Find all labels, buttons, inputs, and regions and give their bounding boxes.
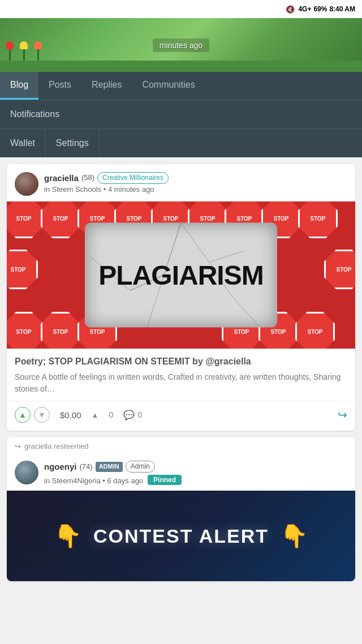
post-card-1: graciella (58) Creative Millionaires in … <box>7 164 355 431</box>
svg-line-6 <box>232 297 260 328</box>
reputation-2: (74) <box>80 462 93 472</box>
post-meta-top-2: ngoenyi (74) ADMIN Admin <box>44 461 347 473</box>
repost-indicator-icon: ↪ <box>15 442 21 450</box>
post-excerpt-1: Source A bottle of feelings in written w… <box>7 371 355 401</box>
downvote-button-1[interactable]: ▼ <box>34 407 50 423</box>
banner-text: minutes ago <box>153 38 209 52</box>
admin-badge: ADMIN <box>96 462 123 471</box>
side-menu: Notifications Wallet Settings <box>0 100 362 157</box>
nav-tabs: Blog Posts Replies Communities <box>0 72 362 100</box>
vote-buttons-1: ▲ ▼ <box>15 407 50 423</box>
reputation-1: (58) <box>81 173 94 183</box>
tab-communities[interactable]: Communities <box>132 72 205 100</box>
pinned-badge: Pinned <box>148 475 182 485</box>
community-tag-1[interactable]: Creative Millionaires <box>97 172 169 184</box>
status-icons: 4G+ 69% 8:40 AM <box>298 5 355 13</box>
menu-wallet-settings-row: Wallet Settings <box>0 128 362 157</box>
post-header-2: ngoenyi (74) ADMIN Admin in Steem4Nigeri… <box>7 455 355 491</box>
signal-icon: 4G+ <box>298 5 311 13</box>
muted-icon: 🔇 <box>286 5 295 14</box>
payout-1: $0.00 <box>60 410 81 420</box>
votes-count-1: 0 <box>109 410 113 419</box>
post-actions-1: ▲ ▼ $0.00 ▲ 0 💬 0 ↪ <box>7 401 355 431</box>
post-image-1[interactable]: STOP STOP STOP STOP STOP STOP STOP STOP … <box>7 201 355 349</box>
status-bar: 🔇 4G+ 69% 8:40 AM <box>0 0 362 18</box>
author-name-1[interactable]: graciella <box>44 172 79 184</box>
time-display: 8:40 AM <box>329 5 355 13</box>
post-title-1[interactable]: Poetry; STOP PLAGIARISM ON STEEMIT by @g… <box>7 349 355 371</box>
repost-icon-1[interactable]: ↪ <box>338 408 347 422</box>
grass-decoration <box>0 61 362 72</box>
menu-wallet[interactable]: Wallet <box>0 129 46 157</box>
hand-right-icon: 👇 <box>280 523 308 549</box>
author-name-2[interactable]: ngoenyi <box>44 461 77 473</box>
menu-notifications[interactable]: Notifications <box>0 100 362 128</box>
avatar-graciella[interactable] <box>15 172 38 196</box>
tab-replies[interactable]: Replies <box>81 72 132 100</box>
menu-settings[interactable]: Settings <box>46 129 100 157</box>
post-header-1: graciella (58) Creative Millionaires in … <box>7 164 355 201</box>
contest-title: CONTEST ALERT <box>93 525 269 547</box>
post-context-2: in Steem4Nigeria • 6 days ago <box>44 476 143 485</box>
tab-posts[interactable]: Posts <box>38 72 81 100</box>
avatar-ngoenyi[interactable] <box>15 461 38 484</box>
post-meta-top-1: graciella (58) Creative Millionaires <box>44 172 347 184</box>
comments-count-1[interactable]: 💬 0 <box>123 410 142 420</box>
post-meta-2: ngoenyi (74) ADMIN Admin in Steem4Nigeri… <box>44 461 347 485</box>
resteemed-label: graciella resteemed <box>24 442 88 450</box>
resteemed-bar: ↪ graciella resteemed <box>7 437 355 455</box>
post-meta-1: graciella (58) Creative Millionaires in … <box>44 172 347 194</box>
upvote-button-1[interactable]: ▲ <box>15 407 31 423</box>
feed-content: graciella (58) Creative Millionaires in … <box>0 157 362 595</box>
post-context-1: in Steem Schools • 4 minutes ago <box>44 185 347 194</box>
contest-image[interactable]: 👇 CONTEST ALERT 👇 <box>7 491 355 581</box>
post-card-2: ↪ graciella resteemed ngoenyi (74) ADMIN… <box>7 437 355 581</box>
admin-tag[interactable]: Admin <box>126 461 155 473</box>
tab-blog[interactable]: Blog <box>0 72 38 100</box>
profile-banner: minutes ago <box>0 18 362 72</box>
battery-icon: 69% <box>313 5 327 13</box>
comment-icon-1: 💬 <box>123 410 135 420</box>
svg-line-3 <box>181 223 209 263</box>
hand-left-icon: 👇 <box>54 523 82 549</box>
